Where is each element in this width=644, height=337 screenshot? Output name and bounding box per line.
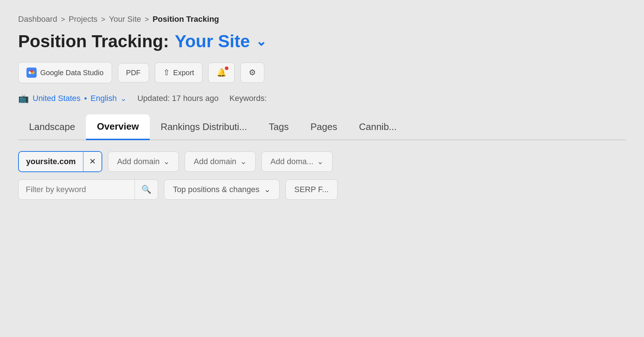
add-domain-chevron-2-icon: ⌄ bbox=[240, 157, 247, 166]
domain-text: yoursite.com bbox=[19, 152, 83, 171]
export-label: Export bbox=[173, 69, 194, 77]
serp-label: SERP F... bbox=[294, 185, 329, 194]
notification-button[interactable]: 🔔 bbox=[208, 62, 235, 83]
serp-features-button[interactable]: SERP F... bbox=[285, 179, 338, 200]
notification-dot bbox=[225, 66, 228, 70]
tab-landscape[interactable]: Landscape bbox=[18, 115, 86, 140]
device-icon: 📺 bbox=[18, 93, 29, 103]
google-data-studio-button[interactable]: Google Data Studio bbox=[18, 62, 112, 83]
tabs-container: Landscape Overview Rankings Distributi..… bbox=[18, 114, 626, 140]
add-domain-label-3: Add doma... bbox=[271, 157, 314, 166]
breadcrumb-sep-2: > bbox=[101, 15, 106, 24]
export-button[interactable]: ⇧ Export bbox=[155, 62, 203, 83]
breadcrumb-current: Position Tracking bbox=[153, 15, 219, 24]
location-row: 📺 United States • English ⌄ Updated: 17 … bbox=[18, 93, 626, 103]
toolbar: Google Data Studio PDF ⇧ Export 🔔 ⚙ bbox=[18, 62, 626, 83]
location-separator: • bbox=[84, 94, 87, 103]
tab-cannibalization[interactable]: Cannib... bbox=[348, 115, 408, 140]
page-title-site[interactable]: Your Site bbox=[175, 31, 250, 51]
top-positions-label: Top positions & changes bbox=[173, 185, 260, 194]
filter-row: 🔍 Top positions & changes ⌄ SERP F... bbox=[18, 179, 626, 200]
language-label: English bbox=[91, 94, 117, 103]
breadcrumb-sep-1: > bbox=[61, 15, 65, 24]
breadcrumb: Dashboard > Projects > Your Site > Posit… bbox=[18, 15, 626, 24]
pdf-button[interactable]: PDF bbox=[118, 63, 149, 82]
breadcrumb-your-site[interactable]: Your Site bbox=[109, 15, 141, 24]
breadcrumb-sep-3: > bbox=[145, 15, 149, 24]
page-title-container: Position Tracking: Your Site ⌄ bbox=[18, 31, 626, 51]
pdf-label: PDF bbox=[126, 69, 141, 77]
tab-tags[interactable]: Tags bbox=[258, 115, 300, 140]
export-icon: ⇧ bbox=[163, 68, 170, 77]
settings-button[interactable]: ⚙ bbox=[240, 62, 264, 83]
top-positions-chevron-icon: ⌄ bbox=[264, 185, 271, 194]
add-domain-button-2[interactable]: Add domain ⌄ bbox=[185, 151, 255, 172]
filter-keyword-input[interactable] bbox=[18, 180, 135, 199]
updated-text: Updated: 17 hours ago bbox=[137, 94, 219, 103]
filter-search-button[interactable]: 🔍 bbox=[135, 180, 158, 199]
filter-input-wrapper: 🔍 bbox=[18, 179, 158, 200]
breadcrumb-dashboard[interactable]: Dashboard bbox=[18, 15, 57, 24]
add-domain-chevron-3-icon: ⌄ bbox=[317, 157, 323, 166]
domain-close-button[interactable]: ✕ bbox=[83, 152, 102, 171]
add-domain-label-2: Add domain bbox=[194, 157, 236, 166]
domain-row: yoursite.com ✕ Add domain ⌄ Add domain ⌄… bbox=[18, 151, 626, 172]
location-chevron-icon: ⌄ bbox=[120, 94, 127, 103]
add-domain-label-1: Add domain bbox=[117, 157, 160, 166]
tab-overview[interactable]: Overview bbox=[86, 114, 150, 140]
add-domain-button-1[interactable]: Add domain ⌄ bbox=[108, 151, 179, 172]
keywords-label: Keywords: bbox=[230, 94, 267, 103]
add-domain-chevron-1-icon: ⌄ bbox=[163, 157, 170, 166]
site-dropdown-chevron-icon[interactable]: ⌄ bbox=[256, 34, 267, 49]
search-icon: 🔍 bbox=[141, 185, 151, 194]
svg-point-3 bbox=[30, 70, 33, 73]
location-selector[interactable]: 📺 United States • English ⌄ bbox=[18, 93, 127, 103]
tab-rankings-distribution[interactable]: Rankings Distributi... bbox=[150, 115, 258, 140]
breadcrumb-projects[interactable]: Projects bbox=[69, 15, 97, 24]
google-data-studio-label: Google Data Studio bbox=[40, 69, 104, 77]
add-domain-button-3[interactable]: Add doma... ⌄ bbox=[261, 151, 333, 172]
gear-icon: ⚙ bbox=[249, 68, 256, 77]
country-label: United States bbox=[33, 94, 80, 103]
page-title-prefix: Position Tracking: bbox=[18, 31, 169, 51]
top-positions-button[interactable]: Top positions & changes ⌄ bbox=[164, 179, 280, 200]
google-data-studio-icon bbox=[26, 68, 37, 78]
tab-pages[interactable]: Pages bbox=[300, 115, 348, 140]
domain-pill: yoursite.com ✕ bbox=[18, 151, 102, 172]
